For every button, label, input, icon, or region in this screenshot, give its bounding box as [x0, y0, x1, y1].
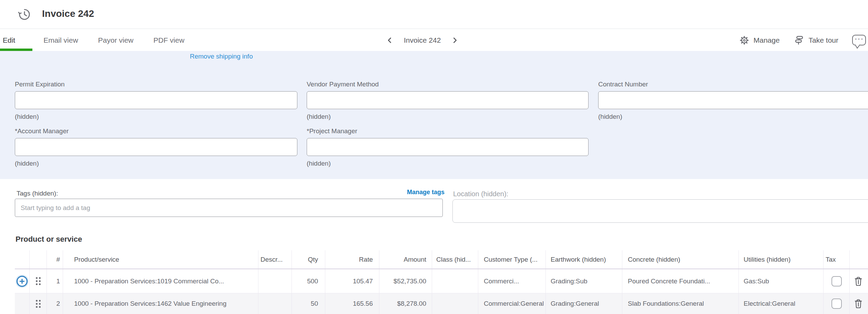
invoice-edit-page: Invoice 242 Edit Email view Payor view P…: [0, 0, 868, 314]
field-account-manager: *Account Manager (hidden): [15, 127, 297, 167]
vendor-payment-method-input[interactable]: [307, 91, 589, 109]
chevron-left-icon[interactable]: [385, 36, 394, 45]
custom-fields-panel: Remove shipping info Permit Expiration (…: [0, 51, 868, 179]
concrete-cell[interactable]: Poured Concrete Foundati...: [622, 269, 738, 293]
customer-type-cell[interactable]: Commerci...: [478, 269, 545, 293]
field-hidden-hint: (hidden): [15, 113, 297, 121]
chevron-right-icon[interactable]: [450, 36, 459, 45]
location-label: Location (hidden):: [453, 190, 508, 198]
header-utilities: Utilities (hidden): [738, 250, 823, 269]
qty-cell[interactable]: 500: [292, 269, 325, 293]
row-number: 1: [47, 269, 63, 293]
gear-icon: [739, 35, 749, 45]
table-row: 1 1000 - Preparation Services:1019 Comme…: [15, 269, 868, 293]
header-delete-column: [849, 250, 868, 269]
class-cell[interactable]: [432, 293, 478, 314]
manage-button[interactable]: Manage: [739, 35, 780, 45]
header-concrete: Concrete (hidden): [622, 250, 738, 269]
concrete-cell[interactable]: Slab Foundations:General: [622, 293, 738, 314]
header-drag-column: [29, 250, 47, 269]
description-cell[interactable]: [258, 293, 292, 314]
active-tab-indicator: [0, 49, 32, 51]
history-icon[interactable]: [18, 8, 31, 21]
field-label: Vendor Payment Method: [307, 81, 589, 88]
take-tour-button-label: Take tour: [809, 36, 838, 44]
header-qty: Qty: [292, 250, 325, 269]
field-hidden-hint: (hidden): [15, 160, 297, 167]
tags-input[interactable]: [15, 199, 443, 217]
permit-expiration-input[interactable]: [15, 91, 297, 109]
field-vendor-payment-method: Vendor Payment Method (hidden): [307, 81, 589, 121]
field-permit-expiration: Permit Expiration (hidden): [15, 81, 297, 121]
page-header: Invoice 242: [0, 0, 868, 29]
header-tax: Tax: [823, 250, 849, 269]
document-nav-label: Invoice 242: [404, 36, 441, 44]
trash-icon[interactable]: [853, 297, 865, 310]
tab-edit[interactable]: Edit: [3, 36, 17, 44]
utilities-cell[interactable]: Electrical:General: [738, 293, 823, 314]
field-project-manager: *Project Manager (hidden): [307, 127, 589, 167]
header-product-service: Product/service: [63, 250, 258, 269]
manage-button-label: Manage: [754, 36, 780, 44]
table-row: 2 1000 - Preparation Services:1462 Value…: [15, 293, 868, 314]
page-title: Invoice 242: [42, 8, 94, 19]
drag-handle-icon[interactable]: [34, 299, 42, 309]
utilities-cell[interactable]: Gas:Sub: [738, 269, 823, 293]
field-hidden-hint: (hidden): [598, 113, 868, 121]
field-contract-number: Contract Number (hidden): [598, 81, 868, 121]
field-label: Permit Expiration: [15, 81, 297, 88]
view-tabbar: Edit Email view Payor view PDF view Invo…: [0, 29, 868, 51]
header-class: Class (hid...: [432, 250, 478, 269]
manage-tags-link[interactable]: Manage tags: [407, 189, 445, 196]
tab-pdf-view[interactable]: PDF view: [151, 36, 186, 44]
view-tabs: Edit Email view Payor view PDF view: [3, 29, 186, 51]
header-row-number: #: [47, 250, 63, 269]
amount-cell[interactable]: $8,278.00: [379, 293, 432, 314]
line-items-table: # Product/service Descr... Qty Rate Amou…: [15, 250, 868, 314]
header-earthwork: Earthwork (hidden): [545, 250, 622, 269]
description-cell[interactable]: [258, 269, 292, 293]
take-tour-button[interactable]: Take tour: [794, 35, 838, 46]
signpost-icon: [794, 35, 805, 46]
location-input[interactable]: [452, 199, 868, 223]
drag-handle-icon[interactable]: [34, 276, 42, 286]
header-amount: Amount: [379, 250, 432, 269]
amount-cell[interactable]: $52,735.00: [379, 269, 432, 293]
earthwork-cell[interactable]: Grading:General: [545, 293, 622, 314]
tab-email-view[interactable]: Email view: [41, 36, 80, 44]
qty-cell[interactable]: 50: [292, 293, 325, 314]
field-label: Contract Number: [598, 81, 868, 88]
rate-cell[interactable]: 105.47: [325, 269, 379, 293]
product-service-cell[interactable]: 1000 - Preparation Services:1019 Commerc…: [63, 269, 258, 293]
header-description: Descr...: [258, 250, 292, 269]
tax-checkbox[interactable]: [831, 299, 842, 309]
rate-cell[interactable]: 165.56: [325, 293, 379, 314]
field-hidden-hint: (hidden): [307, 113, 589, 121]
chat-bubble-icon: [852, 35, 866, 45]
field-label: *Project Manager: [307, 127, 589, 135]
customer-type-cell[interactable]: Commercial:General: [478, 293, 545, 314]
project-manager-input[interactable]: [307, 138, 589, 156]
row-number: 2: [47, 293, 63, 314]
earthwork-cell[interactable]: Grading:Sub: [545, 269, 622, 293]
add-row-button[interactable]: [17, 276, 28, 287]
document-nav: Invoice 242: [385, 29, 459, 51]
tags-label: Tags (hidden):: [17, 190, 58, 197]
class-cell[interactable]: [432, 269, 478, 293]
remove-shipping-info-link[interactable]: Remove shipping info: [190, 53, 253, 60]
product-service-cell[interactable]: 1000 - Preparation Services:1462 Value E…: [63, 293, 258, 314]
tax-checkbox[interactable]: [831, 276, 842, 286]
field-label: *Account Manager: [15, 127, 297, 135]
product-or-service-title: Product or service: [16, 235, 82, 244]
field-hidden-hint: (hidden): [307, 160, 589, 167]
header-add-column: [15, 250, 29, 269]
tab-payor-view[interactable]: Payor view: [96, 36, 136, 44]
feedback-chat-button[interactable]: [852, 35, 866, 45]
account-manager-input[interactable]: [15, 138, 297, 156]
header-rate: Rate: [325, 250, 379, 269]
tabbar-actions: Manage Take tour: [739, 29, 866, 51]
table-header-row: # Product/service Descr... Qty Rate Amou…: [15, 250, 868, 269]
contract-number-input[interactable]: [598, 91, 868, 109]
header-customer-type: Customer Type (...: [478, 250, 545, 269]
trash-icon[interactable]: [853, 275, 865, 287]
